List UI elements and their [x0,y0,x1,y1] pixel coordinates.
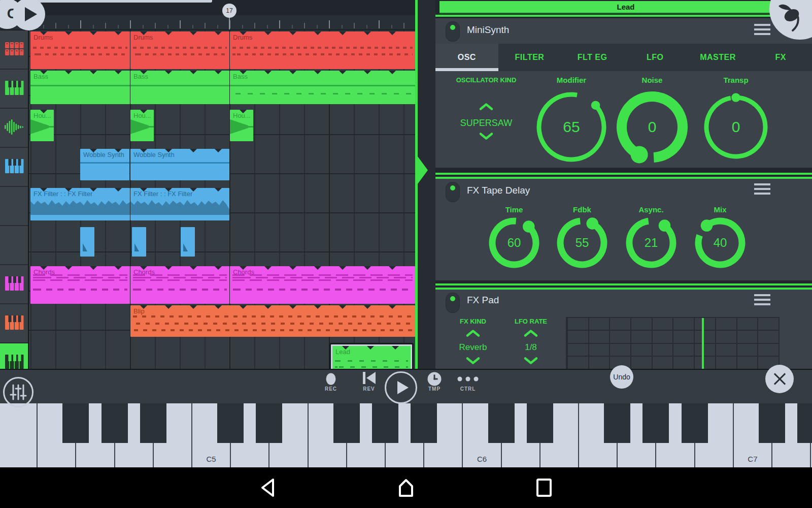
piano-keyboard[interactable]: C5C6C7 [0,402,812,467]
lfo-rate-up-icon[interactable] [523,329,539,340]
tab-flt-eg[interactable]: FLT EG [561,44,624,71]
clip-hou-[interactable]: Hou... [230,110,253,141]
track-selector[interactable] [0,30,28,70]
clip-bass[interactable]: Bass [130,71,229,104]
clip-fx-filter-fx-filter[interactable]: FX Filter : : FX Filter [30,188,130,220]
black-key[interactable] [411,402,437,443]
clip-wobble-synth[interactable]: Wobble Synth [80,149,129,180]
black-key[interactable] [759,402,785,443]
black-key[interactable] [62,402,89,443]
knob-mix[interactable]: 40 [688,211,752,275]
horizontal-scrollbar[interactable] [23,0,212,3]
ruler-tick [55,23,56,28]
octave-label: C6 [463,455,500,463]
track-selector[interactable] [0,109,28,148]
knob-time[interactable]: 60 [482,211,546,275]
timeline-ruler[interactable] [0,15,415,30]
black-key[interactable] [527,402,553,443]
tab-osc[interactable]: OSC [435,44,498,71]
clip-blip[interactable]: Blip [130,305,415,337]
tape-delay-menu-icon[interactable] [754,183,770,195]
track-selector[interactable] [0,304,28,343]
separator-line [435,283,812,285]
clip-drums[interactable]: Drums [230,31,415,69]
mixer-button[interactable] [3,377,33,407]
tab-lfo[interactable]: LFO [624,44,687,71]
black-key[interactable] [256,402,282,443]
nav-recents-icon[interactable] [534,477,554,499]
ruler-tick [68,25,69,28]
fx-kind-up-icon[interactable] [465,329,481,340]
knob-modifier[interactable]: 65 [531,86,612,168]
clip-hou-[interactable]: Hou... [30,110,54,141]
clip-bass[interactable]: Bass [230,71,415,104]
control-button[interactable] [458,377,479,382]
clip-chords[interactable]: Chords [130,266,229,304]
black-key[interactable] [604,402,630,443]
beat-notch [264,71,272,74]
tab-filter[interactable]: FILTER [498,44,561,71]
bar-position-marker[interactable]: 17 [222,4,236,18]
clip-spike[interactable] [181,227,195,257]
fx-kind-label: FX KIND [460,318,486,325]
undo-button[interactable]: Undo [610,365,633,389]
tab-fx[interactable]: FX [749,44,812,71]
clip-hou-[interactable]: Hou... [130,110,154,141]
black-key[interactable] [488,402,515,443]
black-key[interactable] [797,402,812,443]
oscillator-kind-down-icon[interactable] [478,132,494,143]
track-selector[interactable] [0,265,28,304]
white-key[interactable] [0,402,38,467]
minisynth-menu-icon[interactable] [754,24,770,35]
toggle-on-dot [450,296,455,301]
track-selector[interactable] [0,226,28,265]
rewind-button[interactable] [362,371,376,387]
clip-chords[interactable]: Chords [230,266,415,304]
fx-pad-xy-grid[interactable] [566,317,780,371]
black-key[interactable] [682,402,708,443]
knob-async[interactable]: 21 [619,211,683,275]
clip-fx-filter-fx-filter[interactable]: FX Filter : : FX Filter [130,188,229,220]
tempo-button[interactable] [428,372,442,386]
oscillator-kind-up-icon[interactable] [478,103,494,113]
black-key[interactable] [333,402,360,443]
track-selector[interactable] [0,148,28,187]
fx-pad-enable-toggle[interactable] [446,293,460,313]
clip-spike[interactable] [132,227,146,257]
playlist-grid[interactable]: DrumsDrumsDrumsBassBassBassHou...Hou...H… [29,30,415,369]
clip-label: Drums [33,34,53,41]
clip-drums[interactable]: Drums [30,31,130,69]
fx-kind-down-icon[interactable] [465,357,481,367]
black-key[interactable] [642,402,669,443]
lfo-rate-down-icon[interactable] [523,357,539,367]
close-keyboard-button[interactable] [765,365,794,393]
nav-home-icon[interactable] [395,477,417,499]
black-key[interactable] [101,402,128,443]
nav-back-icon[interactable] [259,477,279,499]
fx-pad-menu-icon[interactable] [754,294,770,305]
black-key[interactable] [140,402,166,443]
play-button[interactable] [385,371,417,404]
clip-wobble-synth[interactable]: Wobble Synth [130,149,229,180]
knob-fdbk[interactable]: 55 [550,211,614,275]
tape-delay-enable-toggle[interactable] [446,182,460,202]
track-selector[interactable] [0,187,28,226]
track-selector[interactable] [0,70,28,109]
clip-spike[interactable] [80,227,94,257]
fl-logo-button[interactable] [769,0,812,40]
panel-divider-handle[interactable] [418,156,428,184]
record-button[interactable] [326,373,336,385]
knob-transp[interactable]: 0 [698,89,773,165]
tab-master[interactable]: MASTER [687,44,750,71]
clip-drums[interactable]: Drums [130,31,229,69]
knob-label: Time [505,205,523,214]
black-key[interactable] [372,402,398,443]
minisynth-enable-toggle[interactable] [446,21,460,42]
channel-header-bar[interactable]: Lead [439,1,812,14]
knob-noise[interactable]: 0 [608,83,696,171]
clip-bass[interactable]: Bass [30,71,130,104]
clip-lead[interactable]: Lead [331,344,412,369]
black-key[interactable] [217,402,244,443]
clip-label: Chords [233,268,254,276]
clip-chords[interactable]: Chords [30,266,130,304]
